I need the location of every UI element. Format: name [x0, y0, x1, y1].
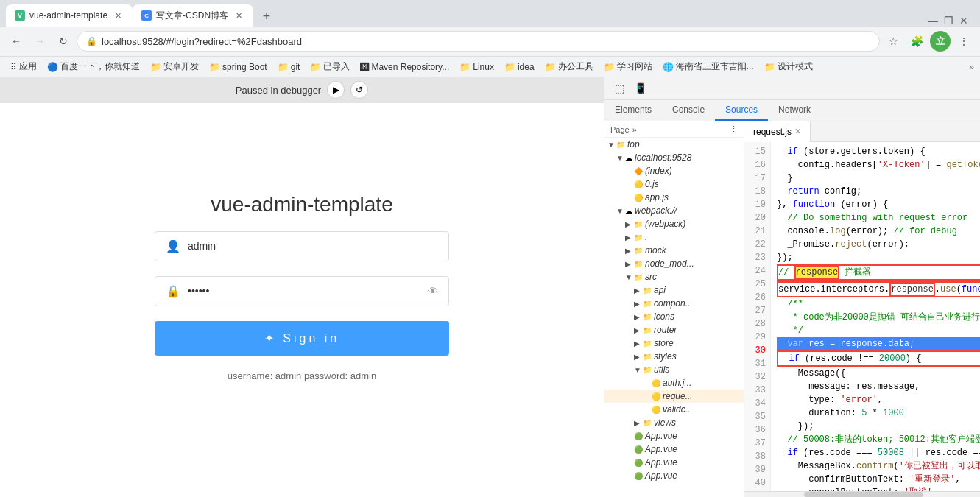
tab-close-1[interactable]: ✕: [112, 10, 124, 21]
tree-item-appjs[interactable]: 🟡 app.js: [604, 191, 744, 204]
tree-label-appvue1: App.vue: [645, 431, 677, 441]
debugger-play-button[interactable]: ▶: [327, 81, 345, 99]
tree-item-index[interactable]: 🔶 (index): [604, 164, 744, 177]
tree-item-appvue3[interactable]: 🟢 App.vue: [604, 456, 744, 469]
window-minimize[interactable]: —: [928, 15, 938, 27]
tree-item-webpackfolder[interactable]: ▶ 📁 (webpack): [604, 217, 744, 230]
folder-icon-mock: 📁: [634, 247, 643, 255]
tree-item-top[interactable]: ▼ 📁 top: [604, 138, 744, 151]
bookmark-maven[interactable]: 🅼 Maven Repository...: [356, 60, 454, 74]
tree-item-validc[interactable]: 🟡 validc...: [604, 403, 744, 416]
devtools-tab-elements[interactable]: Elements: [604, 100, 662, 121]
back-button[interactable]: ←: [6, 31, 27, 52]
tree-item-icons[interactable]: ▶ 📁 icons: [604, 310, 744, 323]
window-close[interactable]: ✕: [959, 15, 968, 27]
bookmark-button[interactable]: ☆: [883, 31, 903, 52]
tree-item-compon[interactable]: ▶ 📁 compon...: [604, 297, 744, 310]
devtools-panel: ⬚ 📱 ⚙ ✕ ⋮ Elements Console Sources Netwo…: [604, 77, 980, 497]
tree-item-src[interactable]: ▼ 📁 src: [604, 270, 744, 283]
bookmarks-more[interactable]: »: [969, 62, 974, 72]
code-line-32: Message({: [777, 367, 980, 380]
login-form: vue-admin-template 👤 🔒 👁 ✦ Sign in usern…: [155, 193, 449, 381]
bookmark-design[interactable]: 📁 设计模式: [760, 59, 817, 74]
bookmark-learning[interactable]: 📁 学习网站: [599, 59, 657, 74]
tree-arrow-localhost: ▼: [616, 154, 625, 162]
tree-item-0js[interactable]: 🟡 0.js: [604, 177, 744, 191]
password-input[interactable]: [188, 285, 420, 297]
tree-item-utils[interactable]: ▼ 📁 utils: [604, 363, 744, 376]
tree-item-appvue1[interactable]: 🟢 App.vue: [604, 429, 744, 443]
imported-label: 已导入: [323, 60, 350, 73]
tree-nav-more[interactable]: »: [632, 125, 637, 134]
folder-icon-src: 📁: [634, 273, 643, 281]
tree-more-btn[interactable]: ⋮: [730, 124, 738, 134]
code-horizontal-scrollbar[interactable]: [744, 491, 980, 497]
tree-item-styles[interactable]: ▶ 📁 styles: [604, 350, 744, 363]
tree-item-requestjs[interactable]: 🟡 reque...: [604, 390, 744, 403]
bookmark-apps[interactable]: ⠿ 应用: [6, 59, 41, 74]
tree-item-views[interactable]: ▶ 📁 views: [604, 416, 744, 429]
devtools-tab-console[interactable]: Console: [662, 100, 715, 121]
reload-button[interactable]: ↻: [53, 31, 74, 52]
devtools-inspect-icon[interactable]: ⬚: [610, 80, 628, 97]
file-icon-index: 🔶: [634, 167, 643, 175]
tree-arrow-icons: ▶: [634, 313, 643, 321]
tree-item-webpack[interactable]: ▼ ☁ webpack://: [604, 204, 744, 217]
tab-close-2[interactable]: ✕: [233, 10, 244, 21]
eye-icon[interactable]: 👁: [428, 285, 438, 297]
code-line-25: // response 拦截器: [777, 264, 980, 281]
lock-field-icon: 🔒: [166, 284, 180, 298]
bookmark-imported[interactable]: 📁 已导入: [306, 59, 354, 74]
menu-button[interactable]: ⋮: [953, 31, 974, 52]
debugger-refresh-button[interactable]: ↺: [350, 81, 368, 99]
forward-button[interactable]: →: [29, 31, 50, 52]
tree-item-store[interactable]: ▶ 📁 store: [604, 336, 744, 350]
tree-item-router[interactable]: ▶ 📁 router: [604, 323, 744, 336]
tree-item-mock[interactable]: ▶ 📁 mock: [604, 244, 744, 257]
tree-item-appvue4[interactable]: 🟢 App.vue: [604, 469, 744, 482]
new-tab-button[interactable]: +: [256, 6, 277, 27]
code-line-22: _Promise.reject(error);: [777, 238, 980, 251]
tree-item-dot[interactable]: ▶ 📁 .: [604, 230, 744, 244]
window-maximize[interactable]: ❐: [944, 15, 953, 27]
office-label: 办公工具: [558, 60, 593, 73]
bookmark-idea[interactable]: 📁 idea: [500, 60, 539, 74]
sign-in-button[interactable]: ✦ Sign in: [155, 321, 449, 356]
bookmark-android[interactable]: 📁 安卓开发: [146, 59, 203, 74]
scrollbar-thumb[interactable]: [804, 492, 923, 497]
browser-tab-2[interactable]: C 写文章-CSDN博客 ✕: [133, 4, 253, 27]
tree-arrow-router: ▶: [634, 326, 643, 334]
tree-item-appvue2[interactable]: 🟢 App.vue: [604, 443, 744, 456]
tree-item-nodemod[interactable]: ▶ 📁 node_mod...: [604, 257, 744, 270]
tree-item-api[interactable]: ▶ 📁 api: [604, 283, 744, 297]
devtools-tab-sources[interactable]: Sources: [715, 100, 768, 121]
bookmark-springboot[interactable]: 📁 spring Boot: [205, 60, 272, 74]
devtools-tab-network[interactable]: Network: [768, 100, 821, 121]
bookmark-hainan[interactable]: 🌐 海南省三亚市吉阳...: [658, 59, 758, 74]
learning-icon: 📁: [604, 62, 615, 72]
browser-tab-1[interactable]: V vue-admin-template ✕: [6, 4, 133, 27]
tree-label-requestjs: reque...: [663, 391, 693, 401]
code-line-18: return config;: [777, 185, 980, 198]
folder-icon-views: 📁: [643, 419, 652, 427]
bookmark-baidu[interactable]: 🔵 百度一下，你就知道: [43, 59, 144, 74]
cloud-icon-localhost: ☁: [625, 154, 632, 162]
code-file-tab[interactable]: request.js ✕: [744, 121, 811, 142]
address-bar[interactable]: 🔒 localhost:9528/#/login?redirect=%2Fdas…: [77, 31, 880, 52]
baidu-label: 百度一下，你就知道: [60, 60, 140, 73]
username-input[interactable]: [188, 240, 438, 252]
bookmark-linux[interactable]: 📁 Linux: [455, 60, 498, 74]
tree-item-localhost[interactable]: ▼ ☁ localhost:9528: [604, 151, 744, 164]
bookmark-office[interactable]: 📁 办公工具: [540, 59, 598, 74]
bookmark-git[interactable]: 📁 git: [273, 60, 305, 74]
extensions-button[interactable]: 🧩: [906, 31, 927, 52]
code-tab-bar: request.js ✕: [744, 121, 980, 142]
code-tab-close[interactable]: ✕: [794, 127, 801, 136]
devtools-device-icon[interactable]: 📱: [631, 80, 649, 97]
tree-nav-page[interactable]: Page: [610, 125, 630, 134]
code-line-28: * code为非20000是抛错 可结合自己业务进行修改: [777, 311, 980, 324]
password-input-group: 🔒 👁: [155, 276, 449, 306]
folder-icon-icons: 📁: [643, 313, 652, 321]
profile-button[interactable]: 立: [930, 31, 951, 52]
tree-item-authjs[interactable]: 🟡 auth.j...: [604, 376, 744, 390]
